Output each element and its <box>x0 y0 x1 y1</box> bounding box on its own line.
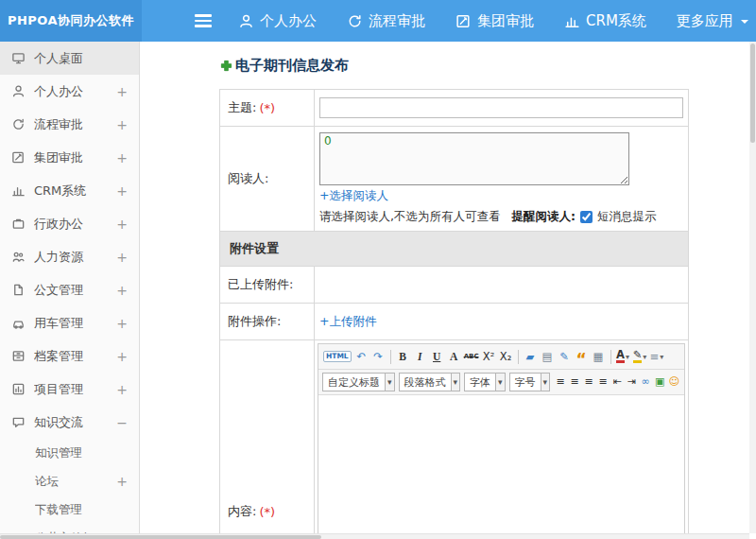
sms-reminder-checkbox[interactable] <box>580 211 593 223</box>
sidebar-menu: 个人桌面个人办公+流程审批+集团审批+CRM系统+行政办公+人力资源+公文管理+… <box>0 42 139 539</box>
select-label: 自定义标题 <box>323 375 385 390</box>
expand-toggle-icon[interactable]: + <box>112 150 128 165</box>
uploaded-attachments-label: 已上传附件: <box>228 276 293 293</box>
italic-button[interactable]: I <box>412 348 428 366</box>
image-button[interactable]: ▣ <box>653 374 666 391</box>
custom-title-select[interactable]: 自定义标题▾ <box>322 373 395 391</box>
sidebar-item-1[interactable]: 个人桌面 <box>0 42 139 75</box>
list-style-button[interactable]: ≡▾ <box>649 348 665 366</box>
editor-content-area[interactable] <box>318 395 684 539</box>
redo-button[interactable]: ↷ <box>370 348 387 366</box>
align-left-button[interactable]: ≡ <box>554 374 567 391</box>
nav-item-4[interactable]: CRM系统 <box>564 12 646 30</box>
sidebar-item-2[interactable]: 个人办公+ <box>0 75 139 108</box>
subscript-button[interactable]: X₂ <box>498 348 514 366</box>
vertical-scrollbar-thumb[interactable] <box>750 43 755 143</box>
expand-toggle-icon[interactable]: + <box>112 382 128 397</box>
expand-toggle-icon[interactable]: + <box>112 316 128 331</box>
attachment-section-header: 附件设置 <box>220 232 688 266</box>
upload-attachment-link[interactable]: +上传附件 <box>319 314 376 330</box>
superscript-button[interactable]: X² <box>481 348 497 366</box>
sidebar-item-8[interactable]: 公文管理+ <box>0 273 139 306</box>
sidebar-subitem-3[interactable]: 下载管理 <box>0 496 139 524</box>
remove-format-button[interactable]: ▰ <box>523 348 539 366</box>
subject-input[interactable] <box>319 97 683 118</box>
indent-decrease-button[interactable]: ⇤ <box>610 374 624 391</box>
sidebar-item-10[interactable]: 档案管理+ <box>0 339 139 373</box>
emoticon-button[interactable]: ☺ <box>667 374 680 391</box>
format-painter-button[interactable]: ✎ <box>557 348 573 366</box>
sidebar-item-label: 行政办公 <box>34 216 112 233</box>
nav-item-3[interactable]: 集团审批 <box>455 12 534 30</box>
align-center-button[interactable]: ≡ <box>568 374 581 391</box>
paste-button[interactable]: ▤ <box>540 348 556 366</box>
menu-toggle-icon[interactable] <box>195 14 212 27</box>
nav-item-1[interactable]: 个人办公 <box>238 12 317 30</box>
expand-toggle-icon[interactable]: + <box>112 183 128 199</box>
table-button[interactable]: ▦ <box>591 348 607 366</box>
main-content: 电子期刊信息发布 主题: (*) 阅读人: <box>140 42 756 539</box>
bold-button[interactable]: B <box>395 348 411 366</box>
font-button[interactable]: A <box>446 348 462 366</box>
nav-item-5[interactable]: 更多应用 <box>677 12 748 30</box>
expand-toggle-icon[interactable]: + <box>112 117 128 132</box>
paragraph-format-select[interactable]: 段落格式▾ <box>399 373 461 391</box>
select-label: 字号 <box>510 375 541 390</box>
horizontal-scrollbar[interactable] <box>0 533 749 539</box>
publish-form: 主题: (*) 阅读人: +选择阅读人 <box>219 89 689 539</box>
indent-increase-button[interactable]: ⇥ <box>625 374 638 391</box>
expand-toggle-icon[interactable]: + <box>112 250 128 265</box>
undo-button[interactable]: ↶ <box>353 348 369 366</box>
nav-item-2[interactable]: 流程审批 <box>347 12 425 30</box>
font-family-select[interactable]: 字体▾ <box>464 373 506 391</box>
sidebar-item-3[interactable]: 流程审批+ <box>0 108 139 141</box>
readers-textarea[interactable] <box>319 132 629 185</box>
sidebar-item-4[interactable]: 集团审批+ <box>0 141 139 174</box>
expand-toggle-icon[interactable]: − <box>112 415 128 430</box>
horizontal-scrollbar-thumb[interactable] <box>0 535 321 539</box>
vertical-scrollbar[interactable] <box>749 42 756 533</box>
layout: 个人桌面个人办公+流程审批+集团审批+CRM系统+行政办公+人力资源+公文管理+… <box>0 42 756 539</box>
link-button[interactable]: ∞ <box>639 374 652 391</box>
blockquote-button[interactable]: “ <box>574 348 590 366</box>
toolbar-separator <box>390 350 391 364</box>
select-label: 段落格式 <box>400 375 451 390</box>
content-row: 内容: (*) HTML↶↷BIUAABCX²X₂▰▤✎“▦A▾✎▾≡▾ 自定义… <box>220 340 688 539</box>
dropdown-arrow-icon: ▾ <box>643 353 646 361</box>
uploaded-attachments-row: 已上传附件: <box>220 267 688 304</box>
expand-toggle-icon[interactable]: + <box>112 474 128 489</box>
expand-toggle-icon[interactable]: + <box>112 84 128 99</box>
sidebar-item-5[interactable]: CRM系统+ <box>0 174 139 207</box>
readers-row: 阅读人: +选择阅读人 请选择阅读人,不选为所有人可查看 提醒阅读人: 短消息提… <box>220 127 688 232</box>
sidebar-subitem-1[interactable]: 知识管理 <box>0 439 139 467</box>
sidebar-subitem-2[interactable]: 论坛+ <box>0 467 139 496</box>
sms-reminder-label: 短消息提示 <box>597 209 657 225</box>
align-justify-button[interactable]: ≡ <box>596 374 610 391</box>
dropdown-arrow-icon: ▾ <box>660 353 663 361</box>
select-readers-link[interactable]: +选择阅读人 <box>319 188 388 202</box>
top-nav: 个人办公流程审批集团审批CRM系统更多应用 <box>238 12 748 30</box>
sidebar-item-9[interactable]: 用车管理+ <box>0 306 139 339</box>
map-button[interactable]: ⚑ <box>681 374 684 391</box>
font-color-button[interactable]: A▾ <box>615 348 631 366</box>
nav-item-label: 更多应用 <box>677 12 733 30</box>
archive-icon <box>11 349 26 363</box>
sidebar-item-11[interactable]: 项目管理+ <box>0 373 139 406</box>
expand-toggle-icon[interactable]: + <box>112 349 128 364</box>
sidebar-item-label: 流程审批 <box>34 116 112 133</box>
sidebar-item-7[interactable]: 人力资源+ <box>0 240 139 273</box>
underline-button[interactable]: U <box>429 348 445 366</box>
dropdown-arrow-icon: ▾ <box>626 353 629 361</box>
font-size-select[interactable]: 字号▾ <box>509 373 551 391</box>
sidebar-item-label: 用车管理 <box>34 315 112 332</box>
expand-toggle-icon[interactable]: + <box>112 217 128 232</box>
highlight-color-button[interactable]: ✎▾ <box>632 348 648 366</box>
expand-toggle-icon[interactable]: + <box>112 283 128 298</box>
sidebar-item-12[interactable]: 知识交流− <box>0 406 139 439</box>
sidebar-item-6[interactable]: 行政办公+ <box>0 207 139 240</box>
html-source-button[interactable]: HTML <box>322 348 352 366</box>
nav-item-label: 流程审批 <box>369 12 425 30</box>
subject-row: 主题: (*) <box>220 90 688 127</box>
strikethrough-button[interactable]: ABC <box>463 348 480 366</box>
align-right-button[interactable]: ≡ <box>582 374 595 391</box>
